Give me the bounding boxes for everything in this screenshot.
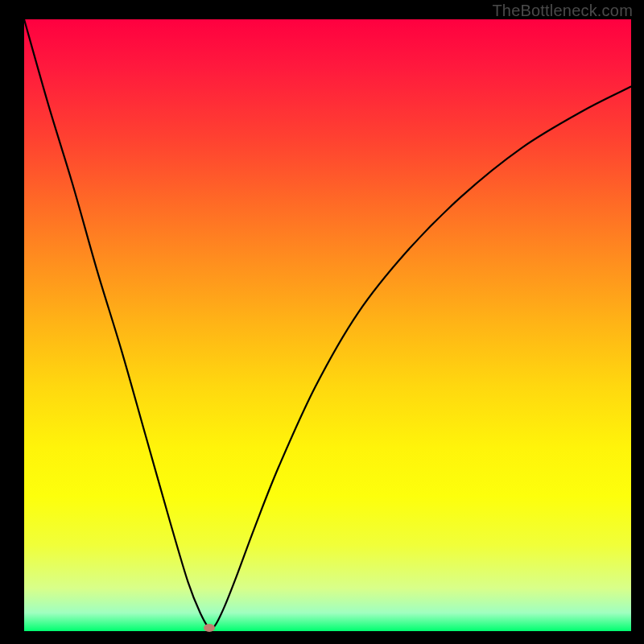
curve-svg	[24, 19, 631, 631]
optimal-point-marker	[204, 624, 215, 632]
bottleneck-curve	[24, 19, 631, 629]
plot-area	[24, 19, 631, 631]
attribution-text: TheBottleneck.com	[492, 2, 633, 20]
